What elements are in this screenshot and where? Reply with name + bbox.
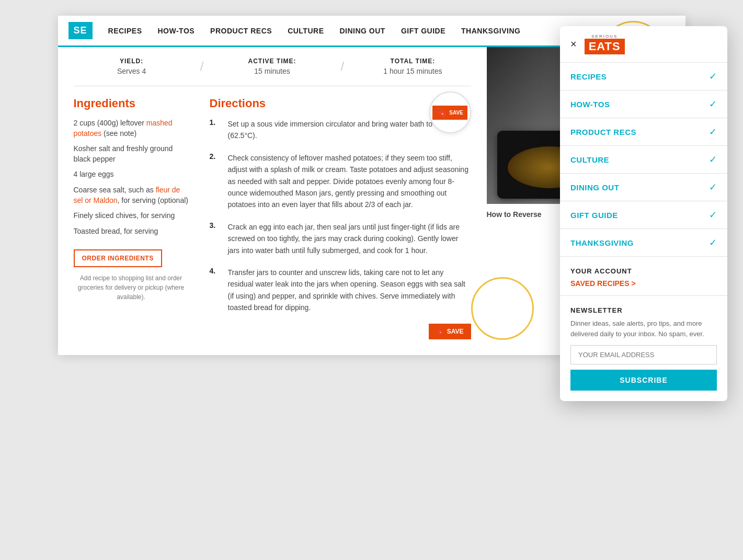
newsletter-title: NEWSLETTER — [570, 306, 717, 314]
divider-1: / — [200, 59, 204, 74]
step-number-4: 4. — [210, 267, 220, 314]
subscribe-button[interactable]: SUBSCRIBE — [570, 370, 717, 391]
mobile-nav-gift-guide[interactable]: GIFT GUIDE ✓ — [560, 201, 727, 229]
mobile-menu-overlay: × SERIOUS EATS RECIPES ✓ HOW-TOS ✓ PRODU… — [560, 26, 727, 401]
chevron-down-icon-dining-out: ✓ — [709, 181, 717, 193]
nav-item-thanksgiving[interactable]: THANKSGIVING — [461, 24, 520, 38]
ingredients-column: Ingredients 2 cups (400g) leftover mashe… — [74, 97, 189, 339]
order-description: Add recipe to shopping list and order gr… — [74, 273, 189, 302]
nav-item-dining-out[interactable]: DINING OUT — [339, 24, 385, 38]
step-number-2: 2. — [210, 152, 220, 211]
mobile-logo: SERIOUS EATS — [585, 34, 625, 54]
nav-item-how-tos[interactable]: HOW-TOS — [157, 24, 195, 38]
account-section-title: YOUR ACCOUNT — [570, 267, 717, 275]
save-button-inner: 🔖 SAVE — [432, 106, 467, 120]
direction-step-3: 3. Crack an egg into each jar, then seal… — [210, 221, 471, 256]
divider-2: / — [341, 59, 345, 74]
ingredient-2: Kosher salt and freshly ground black pep… — [74, 144, 189, 164]
mobile-nav-label-product-recs: PRODUCT RECS — [570, 128, 636, 136]
mobile-nav-label-thanksgiving: THANKSGIVING — [570, 238, 634, 247]
total-time-value: 1 hour 15 minutes — [355, 67, 471, 75]
step-text-4: Transfer jars to counter and unscrew lid… — [228, 267, 471, 314]
newsletter-description: Dinner ideas, sale alerts, pro tips, and… — [570, 318, 717, 339]
yield-label: YIELD: — [74, 58, 190, 65]
direction-step-2: 2. Check consistency of leftover mashed … — [210, 152, 471, 211]
ingredients-title: Ingredients — [74, 97, 189, 110]
mobile-menu-header: × SERIOUS EATS — [560, 26, 727, 63]
nav-item-product-recs[interactable]: PRODUCT RECS — [210, 24, 272, 38]
active-time-value: 15 minutes — [214, 67, 330, 75]
step-number-1: 1. — [210, 118, 220, 142]
step-text-3: Crack an egg into each jar, then seal ja… — [228, 221, 471, 256]
mobile-nav-dining-out[interactable]: DINING OUT ✓ — [560, 174, 727, 201]
save-label-top: SAVE — [449, 110, 463, 116]
yield-value: Serves 4 — [74, 67, 190, 75]
nav-item-culture[interactable]: CULTURE — [288, 24, 324, 38]
mobile-nav-how-tos[interactable]: HOW-TOS ✓ — [560, 90, 727, 118]
total-time-info: TOTAL TIME: 1 hour 15 minutes — [355, 58, 471, 75]
nav-item-gift-guide[interactable]: GIFT GUIDE — [401, 24, 445, 38]
recipe-meta: YIELD: Serves 4 / ACTIVE TIME: 15 minute… — [74, 47, 471, 86]
mobile-nav-label-culture: CULTURE — [570, 155, 609, 164]
total-time-label: TOTAL TIME: — [355, 58, 471, 65]
mobile-newsletter-section: NEWSLETTER Dinner ideas, sale alerts, pr… — [560, 296, 727, 401]
mobile-logo-serious: SERIOUS — [591, 34, 618, 39]
mobile-logo-eats: EATS — [585, 39, 625, 54]
mobile-nav-label-recipes: RECIPES — [570, 72, 607, 81]
step-text-2: Check consistency of leftover mashed pot… — [228, 152, 471, 211]
bookmark-icon-bottom: 🔖 — [436, 328, 444, 335]
directions-column: Directions 1. Set up a sous vide immersi… — [210, 97, 471, 339]
direction-step-4: 4. Transfer jars to counter and unscrew … — [210, 267, 471, 314]
save-button-bottom-container: 🔖 SAVE — [210, 324, 471, 339]
chevron-down-icon-how-tos: ✓ — [709, 98, 717, 110]
chevron-down-icon-thanksgiving: ✓ — [709, 237, 717, 248]
nav-item-recipes[interactable]: RECIPES — [108, 24, 142, 38]
recipe-body: 🔖 SAVE Ingredients 2 cups (400g) leftove… — [74, 97, 471, 339]
chevron-down-icon-culture: ✓ — [709, 154, 717, 165]
save-button-bottom[interactable]: 🔖 SAVE — [429, 324, 471, 339]
ingredient-6: Toasted bread, for serving — [74, 226, 189, 237]
gold-circle-decoration-2 — [471, 277, 534, 340]
save-label-bottom: SAVE — [447, 328, 464, 335]
order-ingredients-button[interactable]: ORDER INGREDIENTS — [74, 249, 162, 267]
active-time-label: ACTIVE TIME: — [214, 58, 330, 65]
mobile-close-button[interactable]: × — [570, 38, 577, 50]
active-time-info: ACTIVE TIME: 15 minutes — [214, 58, 330, 75]
mobile-nav-label-gift-guide: GIFT GUIDE — [570, 211, 618, 220]
mobile-nav-recipes[interactable]: RECIPES ✓ — [560, 63, 727, 90]
mobile-saved-recipes-link[interactable]: SAVED RECIPES > — [570, 279, 717, 288]
mobile-nav-thanksgiving[interactable]: THANKSGIVING ✓ — [560, 229, 727, 257]
mobile-nav-culture[interactable]: CULTURE ✓ — [560, 146, 727, 174]
chevron-down-icon-gift-guide: ✓ — [709, 209, 717, 221]
mobile-nav-label-dining-out: DINING OUT — [570, 183, 619, 192]
ingredient-4: Coarse sea salt, such as fleur de sel or… — [74, 185, 189, 205]
step-number-3: 3. — [210, 221, 220, 256]
site-logo[interactable]: SE — [68, 22, 93, 39]
directions-list: 1. Set up a sous vide immersion circulat… — [210, 118, 471, 313]
ingredient-3: 4 large eggs — [74, 169, 189, 180]
nav-items-container: RECIPES HOW-TOS PRODUCT RECS CULTURE DIN… — [108, 24, 638, 38]
mobile-nav-product-recs[interactable]: PRODUCT RECS ✓ — [560, 118, 727, 146]
chevron-down-icon-product-recs: ✓ — [709, 126, 717, 138]
bookmark-icon: 🔖 — [437, 108, 447, 118]
chevron-down-icon-recipes: ✓ — [709, 71, 717, 82]
mobile-nav-label-how-tos: HOW-TOS — [570, 100, 610, 109]
mobile-account-section: YOUR ACCOUNT SAVED RECIPES > — [560, 257, 727, 296]
email-input[interactable] — [570, 345, 717, 364]
ingredient-5: Finely sliced chives, for serving — [74, 211, 189, 221]
yield-info: YIELD: Serves 4 — [74, 58, 190, 75]
recipe-section: YIELD: Serves 4 / ACTIVE TIME: 15 minute… — [58, 47, 487, 355]
save-button-float[interactable]: 🔖 SAVE — [429, 92, 471, 133]
ingredient-1: 2 cups (400g) leftover mashed potatoes (… — [74, 118, 189, 139]
